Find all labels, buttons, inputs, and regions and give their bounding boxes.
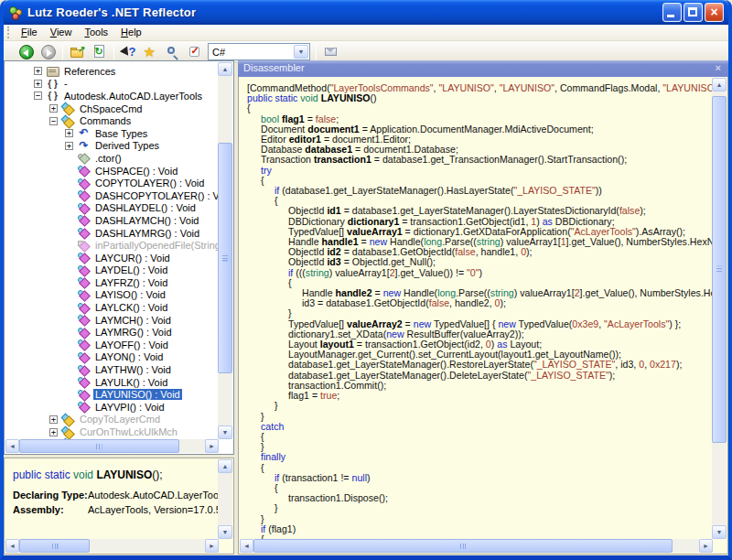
refresh-icon: ↻ — [92, 45, 107, 59]
expand-icon[interactable]: + — [49, 415, 58, 424]
tree-item[interactable]: DASHLAYMRG() : Void — [5, 227, 218, 240]
menu-tools[interactable]: Tools — [78, 25, 114, 40]
code-vertical-scrollbar[interactable]: ▲ ▼ — [712, 78, 727, 539]
maximize-button[interactable] — [684, 3, 703, 22]
tree-item[interactable]: DASHCOPYTOLAYER() : Void — [5, 189, 218, 202]
tree-item[interactable]: LAYUNISO() : Void — [5, 388, 218, 401]
scroll-down-icon[interactable]: ▼ — [218, 425, 232, 439]
scroll-left-icon[interactable]: ◄ — [240, 539, 253, 553]
search-button[interactable] — [162, 42, 183, 61]
tree-item[interactable]: +↷Derived Types — [5, 140, 218, 153]
tree-item[interactable]: LAYVPI() : Void — [5, 401, 218, 414]
tree-item[interactable]: −Commands — [5, 114, 218, 127]
tree-item[interactable]: LAYULK() : Void — [5, 376, 218, 389]
tree-item[interactable]: CHSPACE() : Void — [5, 165, 218, 178]
scroll-right-icon[interactable]: ► — [205, 439, 219, 453]
scroll-down-icon[interactable]: ▼ — [218, 525, 232, 539]
scroll-down-icon[interactable]: ▼ — [712, 525, 727, 539]
forward-button[interactable] — [38, 42, 59, 61]
expand-icon[interactable]: + — [49, 104, 58, 113]
back-button[interactable] — [16, 42, 37, 61]
expand-icon[interactable]: + — [34, 80, 42, 88]
menu-file[interactable]: File — [15, 25, 44, 40]
tree-item[interactable]: DASHLAYMCH() : Void — [5, 214, 218, 227]
code-line: } — [247, 503, 712, 513]
tree-item[interactable]: LAYDEL() : Void — [5, 264, 218, 277]
collapse-icon[interactable]: − — [34, 92, 42, 100]
info-horizontal-scrollbar[interactable]: ◄ ► — [5, 539, 219, 553]
tree-item[interactable]: LAYMRG() : Void — [5, 326, 218, 339]
menu-help[interactable]: Help — [114, 25, 148, 40]
scroll-left-icon[interactable]: ◄ — [5, 439, 19, 453]
back-icon — [19, 45, 34, 59]
mail-button[interactable] — [320, 42, 341, 61]
method-icon — [77, 202, 91, 214]
language-selector[interactable]: C# ▼ — [208, 43, 310, 60]
scroll-up-icon[interactable]: ▲ — [218, 459, 232, 473]
scrollbar-thumb[interactable] — [253, 539, 673, 553]
assembly-row: Assembly: AcLayerTools, Version=17.0.54.… — [13, 504, 218, 515]
code-line: public static void LAYUNISO() — [247, 93, 712, 103]
tree-item[interactable]: LAYTHW() : Void — [5, 363, 218, 376]
tree-item-label: .ctor() — [93, 153, 124, 164]
tree-item-label: References — [62, 66, 117, 77]
tree-item[interactable]: LAYISO() : Void — [5, 289, 218, 302]
code-horizontal-scrollbar[interactable]: ◄ ► — [240, 539, 713, 553]
tree-item[interactable]: +ChSpaceCmd — [5, 102, 218, 115]
tree-item[interactable]: +↶Base Types — [5, 127, 218, 140]
tree-item-label: CHSPACE() : Void — [93, 166, 179, 177]
tree-item[interactable]: +{ }- — [5, 78, 218, 91]
expand-icon[interactable]: + — [65, 129, 73, 137]
tree-item[interactable]: LAYCUR() : Void — [5, 252, 218, 264]
expand-icon[interactable]: + — [49, 428, 58, 436]
close-button[interactable]: × — [705, 3, 724, 22]
toolbar-separator — [316, 44, 317, 60]
method-icon — [77, 376, 91, 388]
menu-view[interactable]: View — [44, 25, 79, 40]
verify-button[interactable]: ✓ — [184, 42, 205, 61]
assembly-value: AcLayerTools, Version=17.0.54.0 — [88, 504, 218, 515]
scroll-up-icon[interactable]: ▲ — [712, 78, 727, 92]
help-pointer-button[interactable]: ? — [118, 42, 139, 61]
panel-close-icon[interactable]: × — [714, 62, 723, 77]
tree-item[interactable]: −{ }Autodesk.AutoCAD.LayerTools — [5, 90, 218, 102]
tree-item[interactable]: LAYLCK() : Void — [5, 301, 218, 314]
code-line: } — [247, 412, 712, 422]
scrollbar-thumb[interactable] — [19, 439, 179, 453]
tree-item-label: Autodesk.AutoCAD.LayerTools — [62, 91, 204, 102]
scroll-up-icon[interactable]: ▲ — [218, 62, 232, 76]
method-icon — [77, 252, 91, 264]
scrollbar-thumb[interactable] — [712, 96, 727, 443]
favorites-button[interactable]: ★ — [140, 42, 161, 61]
tree-item[interactable]: LAYON() : Void — [5, 351, 218, 364]
open-assembly-button[interactable]: ↗ — [67, 42, 88, 61]
refresh-button[interactable]: ↻ — [89, 42, 110, 61]
scroll-right-icon[interactable]: ► — [205, 539, 219, 553]
tree-item[interactable]: LAYOFF() : Void — [5, 339, 218, 351]
info-vertical-scrollbar[interactable]: ▲ ▼ — [218, 459, 232, 539]
minimize-button[interactable] — [662, 3, 682, 22]
tree-item-label: LAYFRZ() : Void — [93, 277, 169, 288]
collapse-icon[interactable]: − — [49, 117, 58, 125]
tree-vertical-scrollbar[interactable]: ▲ ▼ — [218, 62, 232, 439]
expand-icon[interactable]: + — [34, 67, 42, 75]
menu-grip[interactable] — [7, 27, 13, 38]
scrollbar-thumb[interactable] — [19, 539, 90, 553]
tree-item[interactable]: DASHLAYDEL() : Void — [5, 202, 218, 215]
tree-item[interactable]: LAYFRZ() : Void — [5, 276, 218, 289]
scrollbar-thumb[interactable] — [218, 143, 232, 373]
tree-item[interactable]: +CopyToLayerCmd — [5, 414, 218, 426]
method-icon — [77, 401, 91, 413]
tree-item[interactable]: .ctor() — [5, 152, 218, 165]
tree-horizontal-scrollbar[interactable]: ◄ ► — [5, 439, 219, 453]
tree-item[interactable]: +References — [5, 65, 218, 78]
tree-item[interactable]: COPYTOLAYER() : Void — [5, 177, 218, 189]
tree-item[interactable]: LAYMCH() : Void — [5, 314, 218, 327]
chevron-down-icon[interactable]: ▼ — [294, 45, 308, 59]
tree-item[interactable]: +CurOnThwLckUlkMch — [5, 425, 218, 438]
expand-icon[interactable]: + — [65, 142, 73, 150]
tree-item[interactable]: inPartiallyOpenedFile(String) : Bo — [5, 239, 218, 252]
scroll-left-icon[interactable]: ◄ — [5, 539, 19, 553]
derived-icon: ↷ — [77, 140, 91, 152]
scroll-right-icon[interactable]: ► — [699, 539, 713, 553]
